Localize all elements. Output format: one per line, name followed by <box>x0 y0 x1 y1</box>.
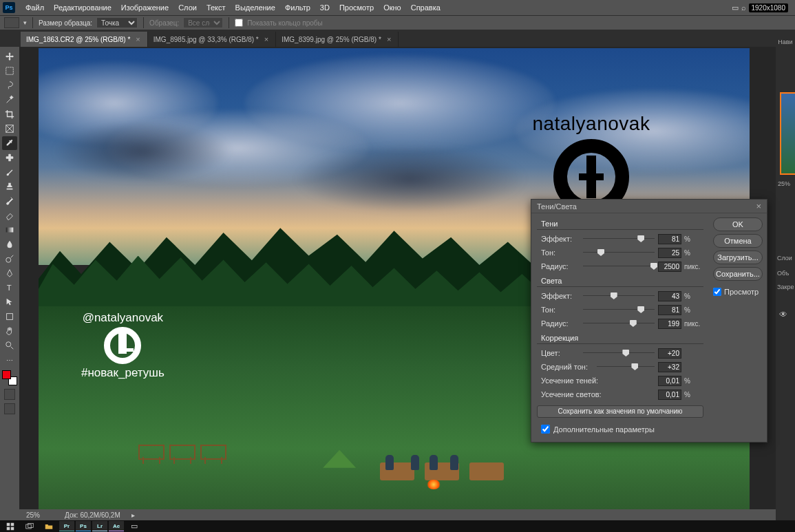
hilite-amount-slider[interactable] <box>583 292 655 300</box>
menu-help[interactable]: Справка <box>406 0 445 15</box>
eyedropper-tool[interactable] <box>2 136 17 150</box>
midtone-slider[interactable] <box>597 363 655 371</box>
marquee-tool[interactable] <box>2 64 17 78</box>
type-tool[interactable]: T <box>2 281 17 295</box>
show-ring-checkbox[interactable] <box>235 19 243 27</box>
shadow-radius-input[interactable] <box>658 262 681 272</box>
zoom-tool[interactable] <box>2 339 17 352</box>
navigator-tab[interactable]: Нави <box>776 36 795 48</box>
shadow-tone-slider[interactable] <box>583 248 655 257</box>
dialog-titlebar[interactable]: Тени/Света × <box>531 200 767 213</box>
layers-tab[interactable]: Слои <box>777 255 792 262</box>
path-select-tool[interactable] <box>2 295 17 309</box>
save-button[interactable]: Сохранить... <box>713 267 763 281</box>
menu-select[interactable]: Выделение <box>231 0 280 15</box>
hilite-radius-slider[interactable] <box>583 319 655 328</box>
more-options-checkbox[interactable] <box>541 425 550 434</box>
color-corr-row: Цвет: <box>537 346 703 360</box>
cancel-button[interactable]: Отмена <box>713 234 763 248</box>
shadow-radius-slider[interactable] <box>583 262 655 270</box>
lasso-tool[interactable] <box>2 78 17 92</box>
menu-view[interactable]: Просмотр <box>335 0 379 15</box>
stamp-tool[interactable] <box>2 180 17 193</box>
navigator-zoom[interactable]: 25% <box>778 180 790 187</box>
hilite-amount-input[interactable] <box>658 291 681 301</box>
taskbar-app-lr[interactable]: Lr <box>92 521 107 531</box>
shadow-tone-input[interactable] <box>658 248 681 258</box>
color-swatches[interactable] <box>2 370 17 385</box>
svg-rect-3 <box>6 156 14 159</box>
shadow-amount-input[interactable] <box>658 234 681 244</box>
sample-size-select[interactable]: Точка <box>96 17 138 28</box>
close-icon[interactable]: × <box>263 35 270 43</box>
ok-button[interactable]: OK <box>713 217 763 231</box>
eraser-tool[interactable] <box>2 209 17 222</box>
hilite-tone-input[interactable] <box>658 305 681 315</box>
menu-layers[interactable]: Слои <box>173 0 202 15</box>
tab-label: IMG_1863.CR2 @ 25% (RGB/8) * <box>26 36 130 43</box>
menu-window[interactable]: Окно <box>379 0 406 15</box>
hilite-radius-input[interactable] <box>658 319 681 329</box>
shadow-amount-slider[interactable] <box>583 235 655 243</box>
blur-tool[interactable] <box>2 237 17 251</box>
menu-file[interactable]: Файл <box>21 0 49 15</box>
menu-filter[interactable]: Фильтр <box>280 0 315 15</box>
tool-chevron-icon[interactable]: ▾ <box>23 19 27 26</box>
visibility-eye-icon[interactable]: 👁 <box>779 310 787 319</box>
menu-3d[interactable]: 3D <box>315 0 335 15</box>
hand-tool[interactable] <box>2 324 17 338</box>
label: Усечение теней: <box>537 376 613 385</box>
history-brush-tool[interactable] <box>2 194 17 208</box>
menu-image[interactable]: Изображение <box>116 0 173 15</box>
taskbar-app-ps[interactable]: Ps <box>76 521 91 531</box>
screen-share-icon[interactable]: ▭ <box>732 3 739 12</box>
move-tool[interactable] <box>2 50 17 63</box>
shape-tool[interactable] <box>2 310 17 323</box>
healing-tool[interactable] <box>2 151 17 164</box>
unit <box>681 350 703 357</box>
hilite-tone-slider[interactable] <box>583 306 655 314</box>
black-clip-input[interactable] <box>658 376 681 386</box>
crop-tool[interactable] <box>2 107 17 121</box>
color-corr-input[interactable] <box>658 348 681 359</box>
close-icon[interactable]: × <box>134 35 141 43</box>
search-icon[interactable]: ⌕ <box>741 3 746 12</box>
eyedropper-tool-icon[interactable] <box>4 17 19 28</box>
start-button[interactable] <box>1 521 19 531</box>
tab-doc-1[interactable]: IMG_1863.CR2 @ 25% (RGB/8) * × <box>21 32 148 47</box>
menu-text[interactable]: Текст <box>202 0 231 15</box>
pen-tool[interactable] <box>2 266 17 280</box>
unit: % <box>681 235 703 243</box>
explorer-button[interactable] <box>40 521 58 531</box>
brush-tool[interactable] <box>2 165 17 179</box>
shadows-group-title: Тени <box>541 220 703 228</box>
tab-doc-3[interactable]: IMG_8399.jpg @ 25% (RGB/8) * × <box>276 32 399 47</box>
frame-tool[interactable] <box>2 122 17 136</box>
screenmode-toggle[interactable] <box>4 403 15 414</box>
adjustments-group-title: Коррекция <box>541 334 703 342</box>
status-chevron-icon[interactable]: ▸ <box>131 511 135 519</box>
label: Эффект: <box>537 235 580 243</box>
zoom-value[interactable]: 25% <box>26 511 54 519</box>
midtone-input[interactable] <box>658 362 681 372</box>
white-clip-input[interactable] <box>658 390 681 400</box>
taskbar-extra[interactable]: ▭ <box>125 521 143 531</box>
edit-toolbar[interactable]: ⋯ <box>2 353 17 367</box>
taskbar-app-ae[interactable]: Ae <box>109 521 124 531</box>
close-icon[interactable]: × <box>756 201 761 211</box>
save-as-defaults-button[interactable]: Сохранить как значения по умолчанию <box>537 405 703 418</box>
preview-checkbox[interactable] <box>713 288 721 296</box>
color-corr-slider[interactable] <box>583 349 655 357</box>
load-button[interactable]: Загрузить... <box>713 251 763 264</box>
taskbar-app-pr[interactable]: Pr <box>59 521 74 531</box>
menu-edit[interactable]: Редактирование <box>49 0 116 15</box>
tab-doc-2[interactable]: IMG_8985.jpg @ 33,3% (RGB/8) * × <box>148 32 276 47</box>
navigator-thumbnail[interactable] <box>780 92 795 175</box>
task-view-button[interactable] <box>21 521 39 531</box>
sample-source-select[interactable]: Все слои <box>183 17 223 28</box>
quickmask-toggle[interactable] <box>4 389 15 400</box>
dodge-tool[interactable] <box>2 252 17 266</box>
wand-tool[interactable] <box>2 93 17 107</box>
close-icon[interactable]: × <box>385 35 392 43</box>
gradient-tool[interactable] <box>2 223 17 237</box>
